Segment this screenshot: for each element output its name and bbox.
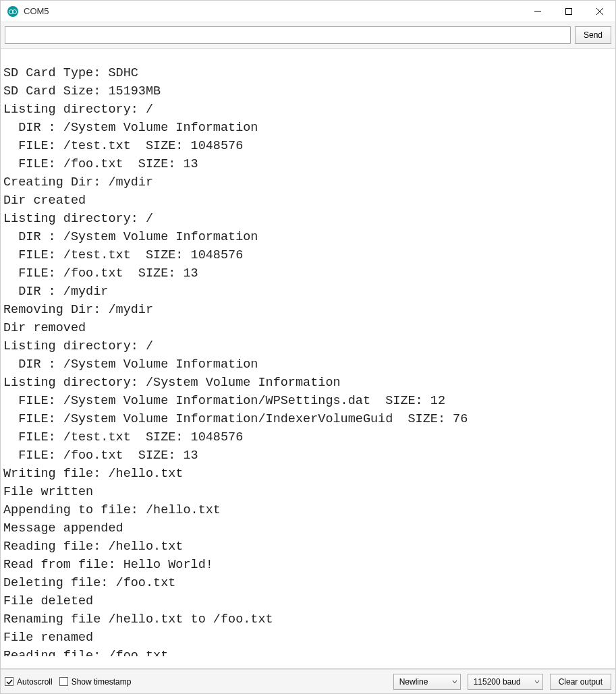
bottombar: Autoscroll Show timestamp Newline 115200… <box>1 669 615 693</box>
titlebar: COM5 <box>1 1 615 22</box>
baud-rate-value: 115200 baud <box>474 677 521 687</box>
line-ending-value: Newline <box>399 677 428 687</box>
baud-rate-select[interactable]: 115200 baud <box>468 674 543 690</box>
svg-rect-1 <box>566 8 572 14</box>
checkbox-box <box>5 677 13 686</box>
chevron-down-icon <box>534 677 540 687</box>
maximize-icon <box>565 8 572 15</box>
serial-monitor-window: COM5 Send SD Card Type: SDHC SD Card Siz… <box>0 0 616 694</box>
window-title: COM5 <box>24 6 522 16</box>
line-ending-select[interactable]: Newline <box>393 674 461 690</box>
arduino-icon <box>7 6 18 17</box>
minimize-icon <box>534 8 541 15</box>
input-row: Send <box>1 22 615 48</box>
timestamp-checkbox[interactable]: Show timestamp <box>59 677 132 687</box>
checkbox-box <box>59 677 68 686</box>
minimize-button[interactable] <box>522 1 553 22</box>
clear-output-button[interactable]: Clear output <box>550 674 611 690</box>
command-input[interactable] <box>5 26 571 44</box>
timestamp-label: Show timestamp <box>72 677 132 687</box>
close-icon <box>596 8 603 15</box>
serial-output[interactable]: SD Card Type: SDHC SD Card Size: 15193MB… <box>1 61 615 656</box>
output-area: SD Card Type: SDHC SD Card Size: 15193MB… <box>1 48 615 669</box>
window-controls <box>522 1 615 22</box>
autoscroll-checkbox[interactable]: Autoscroll <box>5 677 53 687</box>
check-icon <box>6 678 13 685</box>
send-button[interactable]: Send <box>575 26 611 44</box>
autoscroll-label: Autoscroll <box>17 677 53 687</box>
chevron-down-icon <box>452 677 457 687</box>
maximize-button[interactable] <box>553 1 584 22</box>
close-button[interactable] <box>584 1 615 22</box>
